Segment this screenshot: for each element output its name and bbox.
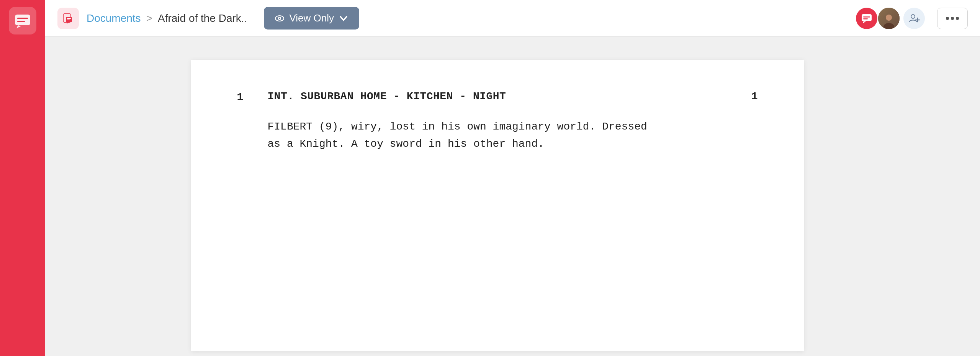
user-avatar[interactable] — [877, 7, 900, 30]
view-only-label: View Only — [289, 12, 334, 24]
view-only-button[interactable]: View Only — [264, 7, 359, 30]
scene-number-right: 1 — [727, 90, 758, 102]
scene-number-left: 1 — [237, 90, 268, 103]
app-logo[interactable] — [9, 7, 36, 34]
dot-2 — [951, 17, 954, 20]
breadcrumb: Documents > Afraid of the Dark.. — [87, 12, 247, 25]
svg-point-16 — [911, 15, 915, 18]
chevron-down-icon — [339, 13, 348, 23]
right-sidebar — [949, 37, 980, 356]
scene-action: FILBERT (9), wiry, lost in his own imagi… — [268, 118, 727, 153]
eye-icon — [275, 13, 285, 23]
document-icon-button[interactable] — [57, 8, 79, 29]
comment-avatar-button[interactable] — [856, 8, 877, 29]
document-icon — [62, 12, 74, 25]
breadcrumb-documents-link[interactable]: Documents — [87, 12, 141, 25]
scene-heading-text: INT. SUBURBAN HOME - KITCHEN - NIGHT — [268, 90, 727, 102]
content-area: 1 INT. SUBURBAN HOME - KITCHEN - NIGHT 1… — [45, 37, 980, 356]
svg-point-15 — [883, 23, 894, 29]
dot-1 — [946, 17, 949, 20]
avatar-silhouette-icon — [880, 12, 897, 29]
action-line-1: FILBERT (9), wiry, lost in his own imagi… — [268, 118, 727, 136]
svg-point-14 — [886, 15, 892, 21]
avatar-photo-inner — [878, 8, 900, 29]
breadcrumb-current-doc: Afraid of the Dark.. — [158, 12, 247, 25]
svg-rect-12 — [863, 16, 870, 18]
document-wrapper: 1 INT. SUBURBAN HOME - KITCHEN - NIGHT 1… — [45, 37, 949, 356]
add-user-button[interactable] — [903, 8, 925, 29]
header-left: Documents > Afraid of the Dark.. View On… — [57, 7, 856, 30]
svg-rect-13 — [863, 18, 868, 20]
dot-3 — [956, 17, 959, 20]
scene-heading-row: 1 INT. SUBURBAN HOME - KITCHEN - NIGHT 1 — [237, 90, 758, 103]
svg-rect-6 — [67, 18, 71, 19]
header: Documents > Afraid of the Dark.. View On… — [45, 0, 980, 37]
svg-rect-2 — [17, 21, 25, 22]
header-right — [856, 7, 968, 30]
svg-rect-1 — [17, 18, 28, 19]
document-page: 1 INT. SUBURBAN HOME - KITCHEN - NIGHT 1… — [191, 60, 804, 351]
comment-icon — [861, 12, 873, 25]
breadcrumb-separator: > — [146, 12, 152, 25]
add-user-icon — [908, 13, 920, 24]
sidebar-strip — [0, 0, 45, 356]
more-options-button[interactable] — [937, 8, 968, 29]
svg-rect-0 — [15, 15, 30, 25]
action-line-2: as a Knight. A toy sword in his other ha… — [268, 136, 727, 153]
logo-icon — [13, 11, 32, 30]
svg-point-10 — [279, 18, 280, 19]
svg-rect-11 — [862, 14, 872, 21]
svg-rect-7 — [67, 20, 70, 20]
main-area: Documents > Afraid of the Dark.. View On… — [45, 0, 980, 356]
